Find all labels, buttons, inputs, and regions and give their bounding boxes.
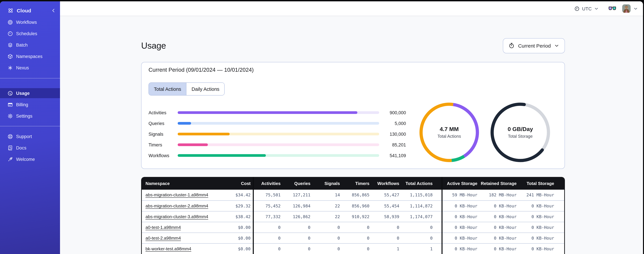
namespace-usage-table: NamespaceCostActivitiesQueriesSignalsTim… [141, 177, 565, 254]
cell-retained-storage: 182 MB-Hour [480, 190, 518, 200]
namespace-link[interactable]: a0-test-1.a98mm4 [146, 225, 181, 230]
table-row: abs-migration-cluster-2.a98mm4$29.3275,4… [142, 200, 565, 211]
sidebar-item-label: Welcome [16, 157, 35, 162]
column-header-signals: Signals [312, 177, 342, 190]
sidebar-item-batch[interactable]: Batch [0, 40, 60, 50]
sidebar-item-namespaces[interactable]: Namespaces [0, 51, 60, 61]
cell-total-actions: 1,115,018 [401, 190, 442, 200]
sidebar-item-welcome[interactable]: Welcome [0, 154, 60, 164]
welcome-icon [8, 156, 13, 162]
bar-fill [178, 112, 357, 114]
namespace-link[interactable]: a0-test-2.a98mm4 [146, 236, 181, 240]
column-header-total-actions: Total Actions [401, 177, 442, 190]
sidebar-item-schedules[interactable]: Schedules [0, 28, 60, 38]
brand-label: Cloud [17, 8, 48, 13]
sidebar-item-label: Settings [16, 114, 32, 118]
namespace-link[interactable]: bk-worker-test.a98mm4 [146, 246, 191, 251]
cell-cost: $0.00 [226, 232, 253, 243]
namespace-cell: abs-migration-cluster-1.a98mm4 [142, 190, 226, 200]
total-actions-donut: 4.7 MMTotal Actions [416, 100, 482, 165]
namespace-link[interactable]: abs-migration-cluster-1.a98mm4 [146, 192, 208, 198]
cell-workflows: 58,939 [372, 211, 401, 222]
sidebar-item-nexus[interactable]: Nexus [0, 63, 60, 73]
sidebar-brand: Cloud [0, 1, 60, 15]
cell-timers: 856,960 [342, 200, 372, 211]
cell-active-storage: 0 KB-Hour [442, 232, 480, 243]
cell-queries: 0 [282, 232, 312, 243]
column-header-total-storage: Total Storage [518, 177, 565, 190]
cell-retained-storage: 0 KB-Hour [480, 222, 518, 232]
cell-timers: 0 [342, 232, 372, 243]
table-row: bk-worker-test.a98mm4$0.000000110 KB-Hou… [142, 243, 565, 254]
cell-active-storage: 0 KB-Hour [442, 222, 480, 232]
cell-activities: 0 [253, 243, 282, 254]
avatar[interactable] [622, 4, 630, 13]
usage-bars: Activities900,000Queries5,000Signals130,… [148, 107, 406, 161]
namespace-link[interactable]: abs-migration-cluster-2.a98mm4 [146, 203, 208, 208]
billing-icon [8, 102, 13, 108]
cell-timers: 856,865 [342, 190, 372, 200]
bar-track [178, 112, 379, 114]
schedules-icon [8, 31, 13, 36]
tab-total-actions[interactable]: Total Actions [149, 83, 186, 95]
column-header-activities: Activities [253, 177, 282, 190]
usage-icon [8, 90, 13, 96]
main-area: UTC [60, 1, 643, 254]
actions-tabs: Total ActionsDaily Actions [148, 82, 225, 96]
table-body: abs-migration-cluster-1.a98mm4$34.4275,5… [142, 190, 565, 254]
sidebar-item-support[interactable]: Support [0, 131, 60, 142]
cell-workflows: 0 [372, 222, 401, 232]
table-header-row: NamespaceCostActivitiesQueriesSignalsTim… [142, 177, 565, 190]
sidebar-item-docs[interactable]: Docs [0, 143, 60, 153]
cell-activities: 0 [253, 222, 282, 232]
period-button-label: Current Period [518, 43, 551, 48]
sidebar-item-label: Schedules [16, 31, 37, 36]
cell-activities: 75,501 [253, 190, 282, 200]
settings-icon [8, 113, 13, 119]
top-header: UTC [60, 1, 643, 16]
donut-label: Total Storage [508, 134, 532, 139]
cell-queries: 126,984 [282, 200, 312, 211]
bar-fill [178, 133, 230, 136]
namespace-cell: abs-migration-cluster-2.a98mm4 [142, 200, 226, 211]
cell-timers: 0 [342, 222, 372, 232]
title-row: Usage Current Period [141, 38, 565, 54]
column-header-timers: Timers [342, 177, 372, 190]
sidebar-collapse-button[interactable] [51, 8, 56, 13]
column-header-namespace: Namespace [142, 177, 226, 190]
usage-bar-row-timers: Timers85,201 [148, 140, 406, 150]
cell-total-storage: 0 KB-Hour [518, 222, 565, 232]
timezone-selector[interactable]: UTC [574, 6, 599, 11]
bar-track [178, 154, 379, 157]
period-selector-button[interactable]: Current Period [503, 38, 565, 53]
donut-label: Total Actions [438, 134, 461, 139]
namespace-link[interactable]: abs-migration-cluster-3.a98mm4 [146, 214, 208, 219]
sidebar-item-label: Billing [16, 102, 28, 107]
cell-cost: $34.42 [226, 190, 253, 200]
usage-bar-row-signals: Signals130,000 [148, 129, 406, 140]
usage-bar-row-workflows: Workflows541,109 [148, 150, 406, 161]
cell-queries: 0 [282, 222, 312, 232]
sidebar-item-label: Support [16, 134, 32, 139]
cell-queries: 127,211 [282, 190, 312, 200]
cell-signals: 0 [312, 243, 342, 254]
sidebar-item-workflows[interactable]: Workflows [0, 17, 60, 27]
column-header-queries: Queries [282, 177, 312, 190]
sidebar-item-settings[interactable]: Settings [0, 111, 60, 121]
sidebar-item-usage[interactable]: Usage [0, 88, 60, 98]
cell-total-actions: 0 [401, 232, 442, 243]
donut-value: 0 GB/Day [508, 126, 533, 133]
temporal-cloud-logo-icon [8, 7, 14, 14]
clock-icon [574, 6, 580, 11]
bar-value: 5,000 [379, 121, 406, 126]
card-title: Current Period (09/01/2024 — 10/01/2024) [148, 67, 254, 73]
sidebar-item-billing[interactable]: Billing [0, 100, 60, 110]
sidebar: Cloud WorkflowsSchedulesBatchNamespacesN… [0, 1, 60, 254]
cell-cost: $29.32 [226, 200, 253, 211]
cell-cost: $0.00 [226, 243, 253, 254]
glasses-icon[interactable] [608, 6, 616, 11]
tab-daily-actions[interactable]: Daily Actions [186, 83, 224, 95]
bar-value: 541,109 [379, 153, 406, 158]
sidebar-item-label: Batch [16, 42, 28, 48]
account-menu-chevron-icon[interactable] [633, 6, 638, 11]
